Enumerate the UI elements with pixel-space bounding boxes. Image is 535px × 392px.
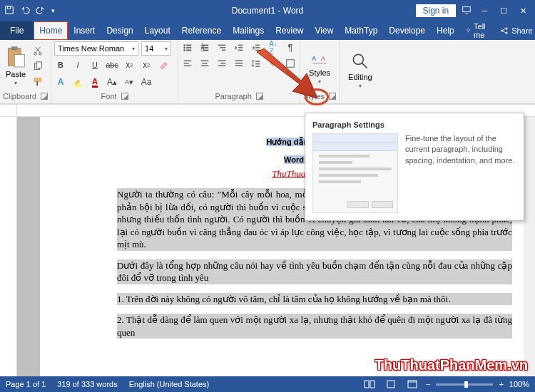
doc-para-4[interactable]: 2. Thật dễ dàng để làm quen với một ngườ… bbox=[117, 314, 512, 339]
clipboard-launcher-icon[interactable] bbox=[41, 93, 48, 100]
share-button[interactable]: Share bbox=[494, 21, 535, 40]
maximize-icon[interactable]: ☐ bbox=[500, 6, 507, 16]
styles-launcher-icon[interactable] bbox=[329, 93, 336, 100]
zoom-level[interactable]: 100% bbox=[509, 380, 529, 388]
svg-rect-41 bbox=[201, 66, 209, 66]
tab-design[interactable]: Design bbox=[101, 21, 138, 40]
title-bar: ▾ Document1 - Word Sign in ─ ☐ ✕ bbox=[0, 0, 535, 21]
grow-font-icon[interactable]: A▴ bbox=[106, 76, 118, 88]
svg-rect-12 bbox=[36, 61, 41, 68]
font-launcher-icon[interactable] bbox=[121, 93, 128, 100]
strikethrough-icon[interactable]: abc bbox=[106, 58, 118, 71]
cut-icon[interactable] bbox=[31, 44, 44, 57]
tab-layout[interactable]: Layout bbox=[139, 21, 176, 40]
vertical-scrollbar[interactable] bbox=[524, 117, 535, 376]
font-color-icon[interactable]: A bbox=[88, 76, 101, 88]
paragraph-settings-tooltip: Paragraph Settings Fine-tune the layout … bbox=[305, 113, 524, 221]
web-layout-icon[interactable] bbox=[404, 379, 420, 389]
svg-rect-22 bbox=[203, 45, 208, 46]
save-icon[interactable] bbox=[4, 5, 14, 16]
svg-rect-20 bbox=[186, 50, 191, 51]
undo-icon[interactable] bbox=[20, 5, 30, 16]
paste-button[interactable]: Paste ▾ bbox=[3, 46, 29, 86]
svg-point-2 bbox=[467, 29, 470, 31]
decrease-indent-icon[interactable] bbox=[233, 41, 245, 54]
close-icon[interactable]: ✕ bbox=[520, 6, 526, 16]
svg-rect-42 bbox=[218, 61, 226, 61]
align-right-icon[interactable] bbox=[215, 57, 228, 70]
read-mode-icon[interactable] bbox=[362, 379, 377, 389]
svg-rect-16 bbox=[186, 45, 191, 46]
watermark: ThuThuatPhanMem.vn bbox=[375, 357, 528, 373]
tab-insert[interactable]: Insert bbox=[68, 21, 101, 40]
doc-para-3[interactable]: 1. Trên đời này không có người vô tâm, c… bbox=[117, 293, 512, 306]
justify-icon[interactable] bbox=[233, 57, 245, 70]
superscript-icon[interactable]: x2 bbox=[140, 58, 153, 71]
zoom-slider[interactable] bbox=[436, 383, 493, 386]
tab-developer[interactable]: Develope bbox=[383, 21, 431, 40]
status-page[interactable]: Page 1 of 1 bbox=[6, 380, 46, 388]
tab-references[interactable]: Reference bbox=[176, 21, 227, 40]
svg-rect-30 bbox=[238, 45, 243, 46]
group-clipboard: Paste ▾ Clipboard bbox=[0, 40, 51, 103]
status-language[interactable]: English (United States) bbox=[129, 380, 210, 388]
clear-format-icon[interactable] bbox=[157, 58, 170, 71]
group-font: Times New Roman▾ 14▾ B I U abc x2 x2 A A… bbox=[51, 40, 178, 103]
svg-rect-13 bbox=[35, 78, 41, 81]
quick-access-toolbar: ▾ bbox=[4, 5, 55, 16]
zoom-out-icon[interactable]: − bbox=[426, 380, 430, 388]
print-layout-icon[interactable] bbox=[383, 379, 399, 389]
font-size-combo[interactable]: 14▾ bbox=[141, 41, 171, 56]
svg-rect-8 bbox=[14, 55, 24, 68]
group-editing: Editing▾ bbox=[340, 40, 381, 103]
align-left-icon[interactable] bbox=[181, 57, 194, 70]
tab-mailings[interactable]: Mailings bbox=[227, 21, 270, 40]
zoom-in-icon[interactable]: + bbox=[499, 380, 503, 388]
bullets-icon[interactable] bbox=[181, 41, 194, 54]
multilevel-icon[interactable] bbox=[215, 41, 228, 54]
numbering-icon[interactable]: 123 bbox=[198, 41, 211, 54]
text-effects-icon[interactable]: A bbox=[54, 76, 67, 88]
tell-me[interactable]: Tell me bbox=[460, 21, 495, 40]
italic-icon[interactable]: I bbox=[71, 58, 84, 71]
svg-rect-14 bbox=[74, 85, 82, 86]
change-case-icon[interactable]: Aa bbox=[140, 76, 153, 88]
redo-icon[interactable] bbox=[36, 5, 46, 16]
status-words[interactable]: 319 of 333 words bbox=[57, 380, 117, 388]
tab-home[interactable]: Home bbox=[34, 21, 68, 40]
vertical-ruler[interactable] bbox=[0, 117, 17, 376]
paste-label: Paste bbox=[6, 70, 26, 78]
subscript-icon[interactable]: x2 bbox=[123, 58, 136, 71]
shrink-font-icon[interactable]: A▾ bbox=[123, 76, 136, 88]
doc-para-2[interactable]: Dưới đây là tổng hợp những câu nói hay v… bbox=[117, 259, 512, 284]
sign-in-button[interactable]: Sign in bbox=[416, 4, 457, 17]
highlight-icon[interactable] bbox=[71, 76, 84, 88]
svg-rect-32 bbox=[238, 50, 243, 51]
format-painter-icon[interactable] bbox=[31, 76, 44, 88]
minimize-icon[interactable]: ─ bbox=[482, 6, 487, 16]
svg-rect-40 bbox=[203, 63, 208, 63]
paragraph-label: Paragraph bbox=[215, 92, 251, 100]
underline-icon[interactable]: U bbox=[88, 58, 101, 71]
tab-review[interactable]: Review bbox=[270, 21, 309, 40]
editing-button[interactable]: Editing▾ bbox=[342, 51, 378, 89]
svg-rect-46 bbox=[235, 63, 243, 63]
tab-help[interactable]: Help bbox=[431, 21, 460, 40]
font-label: Font bbox=[101, 92, 117, 100]
copy-icon[interactable] bbox=[31, 60, 44, 73]
ribbon-options-icon[interactable] bbox=[462, 5, 472, 16]
align-center-icon[interactable] bbox=[198, 57, 211, 70]
tab-view[interactable]: View bbox=[310, 21, 340, 40]
svg-rect-59 bbox=[408, 381, 417, 383]
bold-icon[interactable]: B bbox=[54, 58, 67, 71]
svg-text:3: 3 bbox=[200, 45, 204, 53]
svg-point-17 bbox=[183, 47, 185, 49]
tab-mathtype[interactable]: MathTyp bbox=[339, 21, 383, 40]
svg-rect-39 bbox=[201, 61, 209, 61]
svg-point-15 bbox=[183, 44, 185, 46]
font-name-combo[interactable]: Times New Roman▾ bbox=[54, 41, 138, 56]
qat-customize-icon[interactable]: ▾ bbox=[51, 7, 55, 14]
tooltip-thumbnail bbox=[312, 133, 398, 213]
tab-file[interactable]: File bbox=[0, 21, 34, 40]
svg-rect-33 bbox=[255, 45, 260, 46]
